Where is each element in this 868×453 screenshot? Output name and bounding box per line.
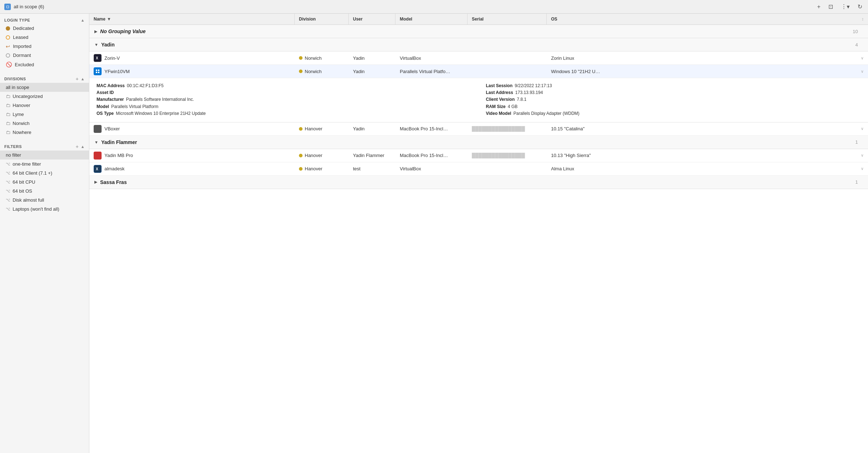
table-row[interactable]: X Zorin-V Norwich Yadin VirtualBox Zorin… <box>89 51 868 65</box>
group-no-grouping[interactable]: ▶ No Grouping Value 10 <box>89 25 868 38</box>
cell-user: test <box>349 163 395 174</box>
imported-dot: ↩ <box>6 44 10 49</box>
group-yadin-flammer[interactable]: ▼ Yadin Flammer 1 <box>89 136 868 149</box>
login-type-dormant[interactable]: Dormant <box>0 51 89 60</box>
group-yadin[interactable]: ▼ Yadin 4 <box>89 38 868 51</box>
division-hanover[interactable]: 🗀 Hanover <box>0 101 89 110</box>
filter-64bit-cpu[interactable]: ⌥ 64 bit CPU <box>0 178 89 187</box>
device-name: Yadin MB Pro <box>104 153 133 158</box>
division-uncategorized-label: Uncategorized <box>13 94 43 99</box>
division-uncategorized[interactable]: 🗀 Uncategorized <box>0 92 89 101</box>
sort-arrow: ▼ <box>107 17 111 22</box>
top-bar: ◻ all in scope (6) + ⊡ ⋮▾ ↻ <box>0 0 868 14</box>
filter-64bit-client-label: 64 bit Client (7.1 +) <box>13 170 52 176</box>
login-type-section: LOGIN TYPE ▲ Dedicated Leased ↩ Imported… <box>0 14 89 72</box>
cell-user: Yadin Flammer <box>349 150 395 161</box>
cell-name: VBoxer <box>89 122 295 135</box>
division-nowhere[interactable]: 🗀 Nowhere <box>0 128 89 137</box>
login-type-excluded[interactable]: 🚫 Excluded <box>0 60 89 69</box>
app-icon-apple-red <box>94 152 102 160</box>
group-count: 4 <box>855 42 863 48</box>
divisions-collapse[interactable]: ▲ <box>81 77 85 81</box>
divisions-label: DIVISIONS <box>4 77 26 81</box>
add-button[interactable]: + <box>816 3 822 11</box>
cell-division: Hanover <box>295 150 349 161</box>
detail-label: Client Version <box>486 96 515 103</box>
detail-row: Manufacturer Parallels Software Internat… <box>97 96 471 103</box>
filter-64bit-os[interactable]: ⌥ 64 bit OS <box>0 187 89 196</box>
row-expand-icon: ∨ <box>861 153 864 158</box>
excluded-label: Excluded <box>15 62 34 67</box>
group-left: ▶ Sassa Fras <box>94 179 127 185</box>
detail-label: Model <box>97 103 109 110</box>
table-row[interactable]: YFwin10VM Norwich Yadin Parallels Virtua… <box>89 65 868 78</box>
filter-icon: ⌥ <box>6 180 10 184</box>
folder-icon: 🗀 <box>6 112 10 117</box>
col-name[interactable]: Name ▼ <box>89 14 295 24</box>
cell-name: Yadin MB Pro <box>89 149 295 162</box>
col-division[interactable]: Division <box>295 14 349 24</box>
divisions-add-button[interactable]: + <box>76 76 79 81</box>
app-icon-zorin: X <box>94 54 102 62</box>
division-norwich-label: Norwich <box>13 121 30 126</box>
menu-button[interactable]: ⋮▾ <box>840 3 851 11</box>
division-lyme-label: Lyme <box>13 112 24 117</box>
filter-no-filter[interactable]: no filter <box>0 151 89 160</box>
table-row[interactable]: Yadin MB Pro Hanover Yadin Flammer MacBo… <box>89 149 868 162</box>
filter-disk-full-label: Disk almost full <box>13 197 44 203</box>
cell-serial <box>467 55 547 60</box>
login-type-collapse[interactable]: ▲ <box>81 18 85 22</box>
detail-value: Parallels Virtual Platform <box>111 103 158 110</box>
device-name: almadesk <box>104 166 125 171</box>
group-name: Yadin <box>101 42 115 48</box>
group-left: ▶ No Grouping Value <box>94 28 146 34</box>
cell-serial <box>467 166 547 171</box>
filters-add-button[interactable]: + <box>76 144 79 149</box>
cell-division: Hanover <box>295 124 349 134</box>
row-expand-icon: ∨ <box>861 56 864 60</box>
group-sassa-fras[interactable]: ▶ Sassa Fras 1 <box>89 176 868 189</box>
filter-one-time[interactable]: ⌥ one-time filter <box>0 160 89 169</box>
login-type-label: LOGIN TYPE <box>4 18 30 22</box>
division-dot <box>299 56 303 60</box>
cell-model: Parallels Virtual Platfo… <box>395 66 467 77</box>
login-type-leased[interactable]: Leased <box>0 33 89 42</box>
cell-user: Yadin <box>349 66 395 77</box>
cell-serial <box>467 69 547 74</box>
col-model[interactable]: Model <box>395 14 467 24</box>
table-row[interactable]: VBoxer Hanover Yadin MacBook Pro 15-Incl… <box>89 122 868 136</box>
detail-label: Last Address <box>486 89 513 96</box>
imported-label: Imported <box>13 44 31 49</box>
division-lyme[interactable]: 🗀 Lyme <box>0 110 89 119</box>
filters-collapse[interactable]: ▲ <box>81 144 85 149</box>
expand-icon: ▶ <box>94 180 97 184</box>
filters-section: FILTERS + ▲ no filter ⌥ one-time filter … <box>0 140 89 216</box>
table-row[interactable]: X almadesk Hanover test VirtualBox Alma … <box>89 162 868 176</box>
folder-icon: 🗀 <box>6 103 10 108</box>
filter-no-filter-label: no filter <box>6 152 21 158</box>
col-user[interactable]: User <box>349 14 395 24</box>
division-all-in-scope[interactable]: all in scope <box>0 83 89 92</box>
col-serial[interactable]: Serial <box>467 14 547 24</box>
refresh-button[interactable]: ↻ <box>856 3 864 11</box>
expand-icon: ▼ <box>94 42 98 47</box>
login-type-header: LOGIN TYPE ▲ <box>0 17 89 24</box>
column-headers: Name ▼ Division User Model Serial OS ↕ <box>89 14 868 25</box>
group-count: 10 <box>853 29 863 34</box>
group-name: Sassa Fras <box>100 179 127 185</box>
filter-64bit-client[interactable]: ⌥ 64 bit Client (7.1 +) <box>0 169 89 178</box>
cell-os: 10.15 "Catalina" ∨ <box>547 124 868 134</box>
login-type-imported[interactable]: ↩ Imported <box>0 42 89 51</box>
svg-rect-4 <box>98 72 99 73</box>
sidebar: LOGIN TYPE ▲ Dedicated Leased ↩ Imported… <box>0 14 89 453</box>
division-norwich[interactable]: 🗀 Norwich <box>0 119 89 128</box>
col-os[interactable]: OS ↕ <box>547 14 868 24</box>
group-name: Yadin Flammer <box>101 139 137 145</box>
detail-value: Parallels Software International Inc. <box>126 96 194 103</box>
filter-disk-full[interactable]: ⌥ Disk almost full <box>0 196 89 205</box>
filter-laptops[interactable]: ⌥ Laptops (won't find all) <box>0 205 89 214</box>
app-icon-apple <box>94 125 102 133</box>
panel-toggle-button[interactable]: ⊡ <box>827 3 835 11</box>
login-type-dedicated[interactable]: Dedicated <box>0 24 89 33</box>
os-sort-btn: ↕ <box>862 17 864 22</box>
